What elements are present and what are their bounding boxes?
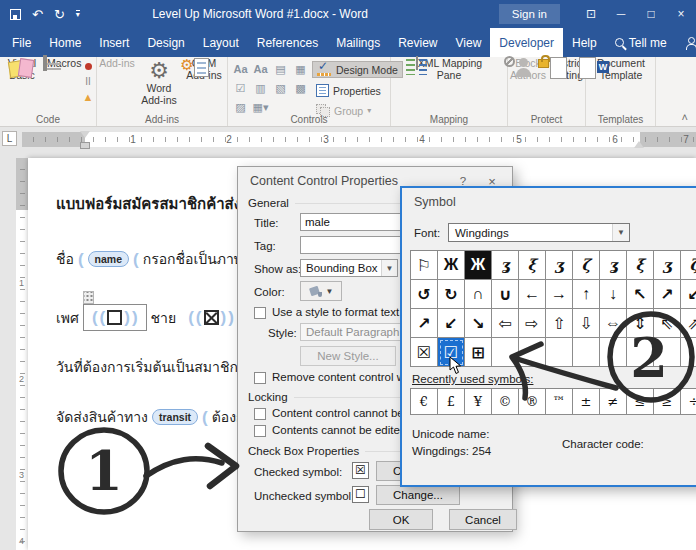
wingding-script-symbol[interactable]: ξ (627, 251, 654, 280)
cancel-button[interactable]: Cancel (449, 509, 517, 530)
left-indent-marker[interactable] (80, 142, 90, 149)
white-arrow-up-down-symbol[interactable]: ⇕ (627, 309, 654, 338)
boxed-x-symbol[interactable]: ☒ (411, 338, 438, 367)
recent-greater-equal-symbol[interactable]: ≥ (654, 389, 681, 415)
ok-button[interactable]: OK (369, 509, 433, 530)
white-arrow-up-left-symbol[interactable]: ⇖ (654, 309, 681, 338)
use-style-checkbox[interactable] (254, 307, 266, 319)
font-dropdown[interactable]: Wingdings ▼ (448, 223, 630, 242)
show-as-dropdown[interactable]: Bounding Box▼ (300, 259, 398, 277)
content-control-handle[interactable] (83, 291, 94, 304)
right-indent-marker[interactable] (634, 136, 644, 148)
vertical-ruler[interactable]: 1 2 3 4 (16, 158, 28, 550)
tab-home[interactable]: Home (40, 28, 90, 57)
remove-control-checkbox[interactable] (254, 372, 266, 384)
check-box-content-control-icon[interactable]: ☑ (231, 79, 250, 97)
tab-mailings[interactable]: Mailings (327, 28, 389, 57)
arrow-up-right-symbol[interactable]: ↗ (654, 280, 681, 309)
arrow-down-left-symbol[interactable]: ↙ (438, 309, 465, 338)
undo-icon[interactable]: ↶ (32, 8, 43, 21)
arrow-up-symbol[interactable]: ↑ (573, 280, 600, 309)
tab-developer[interactable]: Developer (490, 28, 563, 57)
cannot-delete-checkbox-row[interactable]: Content control cannot be d (254, 407, 413, 420)
pause-recording-icon[interactable]: II (85, 76, 91, 87)
tab-review[interactable]: Review (389, 28, 446, 57)
arrow-down-left-symbol[interactable]: ↙ (681, 280, 696, 309)
wingding-flag-symbol[interactable]: ⚐ (411, 251, 438, 280)
white-arrow-right-symbol[interactable]: ⇨ (519, 309, 546, 338)
wingding-script-symbol[interactable]: ξ (519, 251, 546, 280)
arc-up-arrow-symbol[interactable]: ∩ (465, 280, 492, 309)
visual-basic-button[interactable]: Visual Basic (2, 58, 42, 82)
wingding-quad-inverse-symbol[interactable]: Ж (465, 251, 492, 280)
circle-arrow-right-symbol[interactable]: ↻ (438, 280, 465, 309)
tab-share[interactable]: Share (676, 28, 696, 57)
arrow-down-symbol[interactable]: ↓ (600, 280, 627, 309)
tab-design[interactable]: Design (138, 28, 193, 57)
ribbon-display-options-icon[interactable]: ⊡ (576, 7, 606, 21)
remove-control-checkbox-row[interactable]: Remove content control whe (254, 371, 418, 384)
color-picker-button[interactable]: ▼ (300, 281, 342, 301)
tab-tell-me[interactable]: Tell me (606, 28, 676, 57)
plain-text-content-control-icon[interactable]: Aa (251, 60, 270, 78)
properties-button[interactable]: Properties (312, 83, 385, 98)
tab-file[interactable]: File (3, 28, 40, 57)
circle-arrow-left-symbol[interactable]: ↺ (411, 280, 438, 309)
recent-plus-minus-symbol[interactable]: ± (573, 389, 600, 415)
new-style-button[interactable]: New Style... (300, 346, 396, 366)
wingding-script-symbol[interactable]: ʓ (492, 251, 519, 280)
customize-quick-access-icon[interactable]: ▾ (76, 10, 80, 18)
wingding-quad-symbol[interactable]: Ж (438, 251, 465, 280)
arrow-up-left-symbol[interactable]: ↖ (627, 280, 654, 309)
white-arrow-left-right-symbol[interactable]: ⇔ (600, 309, 627, 338)
transit-content-control-tag[interactable]: transit (152, 409, 198, 425)
minimize-button[interactable]: ─ (606, 7, 636, 21)
rich-text-content-control-icon[interactable]: Aa (231, 60, 250, 78)
redo-icon[interactable]: ↻ (54, 8, 65, 21)
recent-pound-symbol[interactable]: £ (438, 389, 465, 415)
tab-layout[interactable]: Layout (194, 28, 248, 57)
tab-help[interactable]: Help (563, 28, 606, 57)
selected-checkbox-content-control[interactable]: ( ( ) ) (83, 304, 147, 331)
cannot-delete-checkbox[interactable] (254, 408, 266, 420)
recent-not-equal-symbol[interactable]: ≠ (600, 389, 627, 415)
wingding-script-symbol[interactable]: ʓ (600, 251, 627, 280)
drop-down-list-content-control-icon[interactable]: ▧ (271, 79, 290, 97)
wingding-script-symbol[interactable]: ʒ (546, 251, 573, 280)
arrow-left-symbol[interactable]: ← (519, 280, 546, 309)
recent-copyright-symbol[interactable]: © (492, 389, 519, 415)
tab-insert[interactable]: Insert (90, 28, 138, 57)
name-content-control-tag[interactable]: name (88, 251, 129, 267)
arrow-right-symbol[interactable]: → (546, 280, 573, 309)
design-mode-button[interactable]: Design Mode (312, 61, 403, 78)
wingding-script-symbol[interactable]: ζ (681, 251, 696, 280)
tab-view[interactable]: View (447, 28, 491, 57)
macros-button[interactable]: Macros (43, 58, 80, 70)
female-checkbox-checked[interactable] (204, 310, 219, 325)
windows-logo-symbol[interactable]: ⊞ (465, 338, 492, 367)
white-arrow-up-right-symbol[interactable]: ⇗ (681, 309, 696, 338)
building-block-gallery-icon[interactable]: ▦ (291, 60, 310, 78)
save-icon[interactable] (10, 9, 21, 20)
arc-down-arrow-symbol[interactable]: ∪ (492, 280, 519, 309)
wingding-script-symbol[interactable]: ζ (573, 251, 600, 280)
add-ins-button[interactable]: Add-ins (99, 58, 135, 70)
recent-less-equal-symbol[interactable]: ≤ (627, 389, 654, 415)
recent-divide-symbol[interactable]: ÷ (681, 389, 696, 415)
tab-references[interactable]: References (248, 28, 327, 57)
maximize-button[interactable]: □ (636, 7, 666, 21)
recent-registered-symbol[interactable]: ® (519, 389, 546, 415)
change-unchecked-symbol-button[interactable]: Change... (376, 485, 460, 505)
collapse-ribbon-icon[interactable]: ˄ (682, 111, 688, 123)
document-template-button[interactable]: W Document Template (592, 58, 650, 82)
close-button[interactable]: × (666, 7, 696, 21)
recent-trademark-symbol[interactable]: ™ (546, 389, 573, 415)
recent-yen-symbol[interactable]: ¥ (465, 389, 492, 415)
picture-content-control-icon[interactable]: ▤ (271, 60, 290, 78)
recent-euro-symbol[interactable]: € (411, 389, 438, 415)
com-add-ins-button[interactable]: ⚙ COM Add-ins (182, 58, 226, 82)
word-add-ins-button[interactable]: ⚙ Word Add-ins (137, 58, 181, 107)
macro-security-icon[interactable]: ▲ (83, 91, 94, 103)
record-macro-icon[interactable] (85, 61, 92, 72)
white-arrow-down-symbol[interactable]: ⇩ (573, 309, 600, 338)
